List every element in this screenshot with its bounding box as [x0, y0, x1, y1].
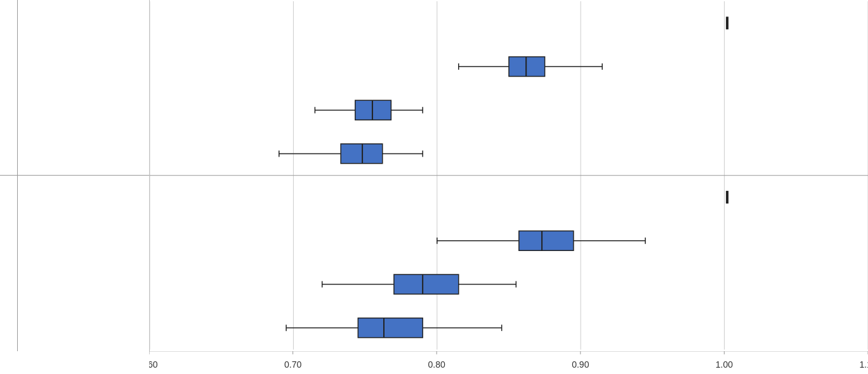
obese-row-0-2.5-hours [18, 219, 149, 263]
svg-text:0.60: 0.60 [149, 359, 158, 370]
non-obese-label-section [0, 0, 149, 176]
svg-rect-12 [509, 57, 545, 77]
svg-text:0.90: 0.90 [572, 359, 589, 370]
obese-row-0-hours [18, 176, 149, 219]
svg-text:0.70: 0.70 [284, 359, 301, 370]
obese-row-2.5-7.5-hours [18, 263, 149, 307]
svg-rect-26 [726, 191, 728, 203]
svg-rect-18 [355, 100, 391, 120]
svg-text:1.00: 1.00 [716, 359, 733, 370]
non-obese-row-7.5-plus-hours [18, 131, 149, 175]
x-axis-svg: 0.600.700.800.901.001.10 [149, 351, 868, 375]
svg-rect-7 [726, 16, 728, 29]
non-obese-row-0-hours [18, 0, 149, 44]
x-axis-area: 0.600.700.800.901.001.10 [149, 351, 868, 375]
chart-container: 0.600.700.800.901.001.10 [0, 0, 868, 374]
obese-row-labels [18, 176, 149, 351]
obese-row-7.5-plus-hours [18, 307, 149, 351]
svg-rect-31 [519, 231, 574, 250]
svg-rect-43 [358, 318, 423, 338]
non-obese-row-0-2.5-hours [18, 44, 149, 87]
svg-text:0.80: 0.80 [428, 359, 445, 370]
obese-rotated-label-container [0, 176, 18, 351]
y-axis-labels [0, 0, 149, 351]
plot-area [149, 0, 868, 351]
svg-rect-37 [394, 274, 459, 294]
plot-svg [150, 0, 868, 351]
non-obese-row-labels [18, 0, 149, 175]
chart-area [0, 0, 868, 351]
non-obese-row-2.5-7.5-hours [18, 87, 149, 131]
svg-text:1.10: 1.10 [859, 359, 868, 370]
svg-rect-24 [341, 144, 383, 164]
non-obese-rotated-label-container [0, 0, 18, 175]
obese-label-section [0, 176, 149, 351]
